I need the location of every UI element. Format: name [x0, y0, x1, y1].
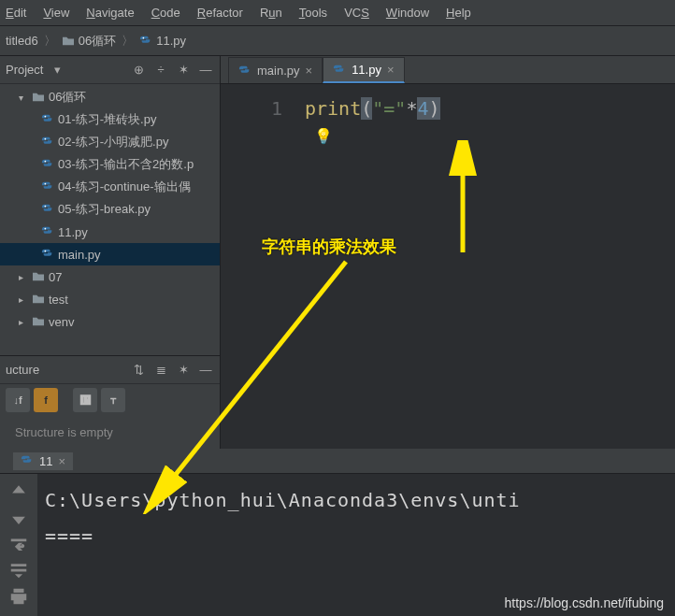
console-line: ==== — [45, 524, 668, 547]
menu-window[interactable]: Window — [386, 6, 429, 20]
project-tree: ▾ 06循环 01-练习-堆砖块.py02-练习-小明减肥.py03-练习-输出… — [0, 84, 220, 355]
folder-icon — [62, 36, 75, 47]
annotation-text: 字符串的乘法效果 — [262, 236, 396, 258]
editor-tabs: main.py × 11.py × — [221, 56, 675, 84]
token-lpar: ( — [361, 97, 372, 120]
tree-file[interactable]: 02-练习-小明减肥.py — [0, 131, 220, 153]
menu-run[interactable]: Run — [260, 6, 282, 20]
gear-icon[interactable]: ✶ — [175, 362, 192, 379]
tree-folder-label: test — [49, 293, 68, 307]
print-icon[interactable] — [8, 586, 29, 607]
menu-code[interactable]: Code — [151, 6, 180, 20]
tree-folder[interactable]: ▸07 — [0, 265, 220, 288]
folder-icon — [32, 271, 45, 282]
hide-icon[interactable]: — — [197, 362, 214, 379]
hide-icon[interactable]: — — [197, 62, 214, 79]
gear-icon[interactable]: ✶ — [175, 62, 192, 79]
structure-title: ucture — [6, 363, 39, 377]
folder-icon — [32, 294, 45, 305]
structure-btn-4[interactable]: ᴛ — [101, 388, 125, 412]
tree-file[interactable]: 01-练习-堆砖块.py — [0, 108, 220, 131]
tab-11-py[interactable]: 11.py × — [323, 57, 404, 83]
expand-arrow-icon: ▾ — [19, 93, 28, 103]
tab-label: main.py — [257, 64, 300, 78]
tree-file-label: 03-练习-输出不含2的数.p — [58, 156, 194, 173]
expand-arrow-icon: ▸ — [19, 294, 28, 305]
crumb-project[interactable]: titled6 — [6, 34, 38, 48]
structure-header: ucture ⇅ ≣ ✶ — — [0, 356, 220, 384]
token-op: * — [406, 97, 417, 120]
soft-wrap-icon[interactable] — [8, 534, 29, 554]
tree-file-label: 11.py — [58, 225, 88, 239]
menu-help[interactable]: Help — [446, 6, 471, 20]
project-title: Project — [6, 63, 43, 77]
project-sidebar: Project ▾ ⊕ ÷ ✶ — ▾ 06循环 01-练习-堆砖块.py02-… — [0, 56, 221, 449]
project-header: Project ▾ ⊕ ÷ ✶ — — [0, 56, 220, 84]
menu-refactor[interactable]: Refactor — [197, 6, 243, 20]
menu-view[interactable]: View — [43, 6, 69, 20]
tree-file-label: 02-练习-小明减肥.py — [58, 134, 168, 150]
line-number: 1 — [221, 97, 305, 120]
chevron-right-icon: 〉 — [122, 33, 134, 50]
chevron-right-icon: 〉 — [44, 33, 56, 50]
scroll-end-icon[interactable] — [8, 560, 29, 580]
tree-file-label: 04-练习-continue-输出偶 — [58, 179, 191, 195]
dropdown-icon[interactable]: ▾ — [49, 62, 65, 79]
arrow-down-icon[interactable] — [8, 508, 29, 528]
menu-edit[interactable]: Edit — [6, 6, 26, 20]
menu-vcs[interactable]: VCS — [344, 6, 369, 20]
close-icon[interactable]: × — [58, 454, 65, 468]
close-icon[interactable]: × — [306, 64, 313, 78]
lightbulb-icon[interactable]: 💡 — [314, 127, 333, 145]
run-toolbar — [0, 474, 37, 616]
tree-file[interactable]: 05-练习-break.py — [0, 198, 220, 221]
crumb-folder[interactable]: 06循环 — [62, 33, 116, 50]
tree-file-label: main.py — [58, 248, 101, 262]
token-string: "=" — [372, 97, 406, 120]
crumb-file-label: 11.py — [156, 34, 186, 48]
tree-folder-root[interactable]: ▾ 06循环 — [0, 86, 220, 108]
locate-icon[interactable]: ⊕ — [130, 62, 147, 79]
structure-empty-text: Structure is empty — [0, 416, 220, 449]
expand-all-icon[interactable]: ≣ — [152, 362, 169, 379]
python-file-icon — [139, 35, 152, 48]
tab-main-py[interactable]: main.py × — [228, 57, 323, 83]
python-file-icon — [41, 225, 54, 238]
svg-point-8 — [45, 251, 47, 252]
watermark: https://blog.csdn.net/ifubing — [505, 595, 664, 610]
tree-file-label: 01-练习-堆砖块.py — [58, 111, 156, 128]
arrow-up-icon[interactable] — [8, 481, 29, 502]
tree-file[interactable]: 04-练习-continue-输出偶 — [0, 176, 220, 198]
expand-icon[interactable]: ÷ — [152, 62, 169, 79]
crumb-folder-label: 06循环 — [79, 33, 116, 50]
tree-folder[interactable]: ▸venv — [0, 310, 220, 333]
svg-point-6 — [45, 206, 47, 208]
python-file-icon — [238, 64, 251, 78]
python-file-icon — [41, 136, 54, 149]
tree-file[interactable]: 03-练习-输出不含2的数.p — [0, 153, 220, 176]
run-tab-bar: 11 × — [0, 449, 675, 473]
menu-tools[interactable]: Tools — [299, 6, 327, 20]
structure-btn-1[interactable]: ↓f — [6, 388, 30, 412]
svg-point-3 — [45, 138, 47, 140]
svg-point-5 — [45, 183, 47, 185]
tree-file[interactable]: main.py — [0, 243, 220, 265]
tree-folder[interactable]: ▸test — [0, 288, 220, 310]
close-icon[interactable]: × — [387, 63, 395, 77]
sort-icon[interactable]: ⇅ — [130, 362, 147, 379]
svg-point-4 — [45, 161, 47, 163]
menu-navigate[interactable]: Navigate — [86, 6, 134, 20]
code-editor[interactable]: 1 print("="*4) 💡 — [221, 84, 675, 449]
structure-btn-3[interactable]: 🅿 — [73, 388, 97, 412]
expand-arrow-icon: ▸ — [19, 272, 28, 282]
structure-panel: ucture ⇅ ≣ ✶ — ↓f f 🅿 ᴛ Structure is emp… — [0, 355, 220, 449]
folder-icon — [32, 316, 45, 327]
tree-folder-label: venv — [49, 315, 74, 329]
token-num: 4 — [417, 97, 428, 120]
crumb-file[interactable]: 11.py — [139, 34, 186, 48]
folder-icon — [32, 92, 45, 103]
tree-file[interactable]: 11.py — [0, 221, 220, 243]
structure-btn-2[interactable]: f — [34, 388, 58, 412]
python-file-icon — [41, 203, 54, 216]
run-tab[interactable]: 11 × — [13, 452, 73, 470]
